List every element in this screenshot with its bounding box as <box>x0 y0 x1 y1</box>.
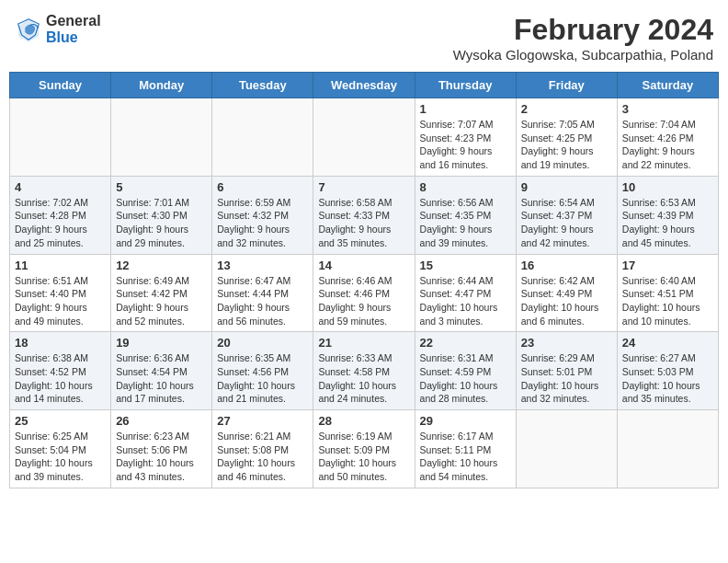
calendar-day: 6Sunrise: 6:59 AM Sunset: 4:32 PM Daylig… <box>212 176 313 254</box>
day-info: Sunrise: 6:56 AM Sunset: 4:35 PM Dayligh… <box>420 196 511 250</box>
day-number: 4 <box>15 180 106 194</box>
day-info: Sunrise: 6:19 AM Sunset: 5:09 PM Dayligh… <box>318 430 409 484</box>
day-info: Sunrise: 6:51 AM Sunset: 4:40 PM Dayligh… <box>15 274 106 328</box>
day-number: 5 <box>116 180 207 194</box>
day-info: Sunrise: 6:47 AM Sunset: 4:44 PM Dayligh… <box>217 274 308 328</box>
day-number: 8 <box>420 180 511 194</box>
day-number: 14 <box>318 259 409 272</box>
day-number: 2 <box>521 102 612 116</box>
day-info: Sunrise: 6:58 AM Sunset: 4:33 PM Dayligh… <box>318 196 409 250</box>
day-info: Sunrise: 6:59 AM Sunset: 4:32 PM Dayligh… <box>217 196 308 250</box>
column-header-tuesday: Tuesday <box>212 73 313 98</box>
calendar-day: 22Sunrise: 6:31 AM Sunset: 4:59 PM Dayli… <box>415 332 516 410</box>
calendar-day: 5Sunrise: 7:01 AM Sunset: 4:30 PM Daylig… <box>111 176 212 254</box>
calendar-day: 19Sunrise: 6:36 AM Sunset: 4:54 PM Dayli… <box>111 332 212 410</box>
calendar-day <box>313 98 415 177</box>
logo-blue-text: Blue <box>46 29 101 46</box>
day-info: Sunrise: 6:46 AM Sunset: 4:46 PM Dayligh… <box>318 274 409 328</box>
day-info: Sunrise: 6:33 AM Sunset: 4:58 PM Dayligh… <box>318 351 409 406</box>
calendar-day: 7Sunrise: 6:58 AM Sunset: 4:33 PM Daylig… <box>313 176 415 254</box>
day-info: Sunrise: 6:40 AM Sunset: 4:51 PM Dayligh… <box>622 274 713 328</box>
day-number: 13 <box>217 259 308 272</box>
day-number: 24 <box>622 336 713 350</box>
day-info: Sunrise: 6:21 AM Sunset: 5:08 PM Dayligh… <box>217 430 308 484</box>
calendar-day: 8Sunrise: 6:56 AM Sunset: 4:35 PM Daylig… <box>415 176 516 254</box>
calendar-day: 24Sunrise: 6:27 AM Sunset: 5:03 PM Dayli… <box>617 332 718 410</box>
calendar-day: 14Sunrise: 6:46 AM Sunset: 4:46 PM Dayli… <box>313 254 415 332</box>
day-number: 26 <box>116 414 207 428</box>
day-number: 23 <box>521 336 612 350</box>
day-number: 17 <box>622 259 713 272</box>
calendar-table: SundayMondayTuesdayWednesdayThursdayFrid… <box>9 72 719 488</box>
day-number: 21 <box>318 336 409 350</box>
day-number: 1 <box>420 102 511 116</box>
day-number: 22 <box>420 336 511 350</box>
day-info: Sunrise: 7:01 AM Sunset: 4:30 PM Dayligh… <box>116 196 207 250</box>
column-header-friday: Friday <box>516 73 617 98</box>
calendar-day: 27Sunrise: 6:21 AM Sunset: 5:08 PM Dayli… <box>212 410 313 488</box>
title-area: February 2024 Wysoka Glogowska, Subcarpa… <box>453 13 713 63</box>
day-number: 25 <box>15 414 106 428</box>
calendar-day <box>111 98 212 177</box>
calendar-day <box>212 98 313 177</box>
calendar-day: 25Sunrise: 6:25 AM Sunset: 5:04 PM Dayli… <box>10 410 111 488</box>
calendar-week-1: 4Sunrise: 7:02 AM Sunset: 4:28 PM Daylig… <box>10 176 719 254</box>
day-number: 10 <box>622 180 713 194</box>
calendar-week-4: 25Sunrise: 6:25 AM Sunset: 5:04 PM Dayli… <box>10 410 719 488</box>
day-info: Sunrise: 6:44 AM Sunset: 4:47 PM Dayligh… <box>420 274 511 328</box>
calendar-day: 3Sunrise: 7:04 AM Sunset: 4:26 PM Daylig… <box>617 98 718 177</box>
calendar-week-3: 18Sunrise: 6:38 AM Sunset: 4:52 PM Dayli… <box>10 332 719 410</box>
day-number: 15 <box>420 259 511 272</box>
calendar-header-row: SundayMondayTuesdayWednesdayThursdayFrid… <box>10 73 719 98</box>
calendar-day: 15Sunrise: 6:44 AM Sunset: 4:47 PM Dayli… <box>415 254 516 332</box>
logo-text: General Blue <box>46 13 101 45</box>
day-info: Sunrise: 6:49 AM Sunset: 4:42 PM Dayligh… <box>116 274 207 328</box>
calendar-day <box>617 410 718 488</box>
calendar-day: 13Sunrise: 6:47 AM Sunset: 4:44 PM Dayli… <box>212 254 313 332</box>
page-title: February 2024 <box>453 13 713 47</box>
column-header-sunday: Sunday <box>10 73 111 98</box>
calendar-day: 10Sunrise: 6:53 AM Sunset: 4:39 PM Dayli… <box>617 176 718 254</box>
day-info: Sunrise: 6:38 AM Sunset: 4:52 PM Dayligh… <box>15 351 106 406</box>
calendar-day: 29Sunrise: 6:17 AM Sunset: 5:11 PM Dayli… <box>415 410 516 488</box>
calendar-day: 2Sunrise: 7:05 AM Sunset: 4:25 PM Daylig… <box>516 98 617 177</box>
day-number: 3 <box>622 102 713 116</box>
page-subtitle: Wysoka Glogowska, Subcarpathia, Poland <box>453 47 713 63</box>
day-info: Sunrise: 6:35 AM Sunset: 4:56 PM Dayligh… <box>217 351 308 406</box>
day-info: Sunrise: 6:54 AM Sunset: 4:37 PM Dayligh… <box>521 196 612 250</box>
day-info: Sunrise: 6:36 AM Sunset: 4:54 PM Dayligh… <box>116 351 207 406</box>
column-header-saturday: Saturday <box>617 73 718 98</box>
calendar-day: 26Sunrise: 6:23 AM Sunset: 5:06 PM Dayli… <box>111 410 212 488</box>
day-number: 12 <box>116 259 207 272</box>
calendar-week-0: 1Sunrise: 7:07 AM Sunset: 4:23 PM Daylig… <box>10 98 719 177</box>
day-number: 6 <box>217 180 308 194</box>
calendar-day <box>10 98 111 177</box>
calendar-day: 4Sunrise: 7:02 AM Sunset: 4:28 PM Daylig… <box>10 176 111 254</box>
day-info: Sunrise: 6:25 AM Sunset: 5:04 PM Dayligh… <box>15 430 106 484</box>
calendar-day: 16Sunrise: 6:42 AM Sunset: 4:49 PM Dayli… <box>516 254 617 332</box>
day-info: Sunrise: 6:29 AM Sunset: 5:01 PM Dayligh… <box>521 351 612 406</box>
calendar-day: 1Sunrise: 7:07 AM Sunset: 4:23 PM Daylig… <box>415 98 516 177</box>
day-number: 28 <box>318 414 409 428</box>
day-info: Sunrise: 7:02 AM Sunset: 4:28 PM Dayligh… <box>15 196 106 250</box>
column-header-thursday: Thursday <box>415 73 516 98</box>
day-info: Sunrise: 6:31 AM Sunset: 4:59 PM Dayligh… <box>420 351 511 406</box>
day-number: 27 <box>217 414 308 428</box>
logo: General Blue <box>15 13 101 45</box>
column-header-wednesday: Wednesday <box>313 73 415 98</box>
day-info: Sunrise: 6:42 AM Sunset: 4:49 PM Dayligh… <box>521 274 612 328</box>
day-info: Sunrise: 7:04 AM Sunset: 4:26 PM Dayligh… <box>622 118 713 172</box>
calendar-day <box>516 410 617 488</box>
calendar-day: 17Sunrise: 6:40 AM Sunset: 4:51 PM Dayli… <box>617 254 718 332</box>
day-info: Sunrise: 7:07 AM Sunset: 4:23 PM Dayligh… <box>420 118 511 172</box>
logo-general-text: General <box>46 13 101 29</box>
logo-icon <box>15 16 42 43</box>
day-number: 9 <box>521 180 612 194</box>
calendar-body: 1Sunrise: 7:07 AM Sunset: 4:23 PM Daylig… <box>10 98 719 488</box>
calendar-day: 23Sunrise: 6:29 AM Sunset: 5:01 PM Dayli… <box>516 332 617 410</box>
calendar-day: 28Sunrise: 6:19 AM Sunset: 5:09 PM Dayli… <box>313 410 415 488</box>
day-number: 29 <box>420 414 511 428</box>
calendar-day: 9Sunrise: 6:54 AM Sunset: 4:37 PM Daylig… <box>516 176 617 254</box>
calendar-day: 11Sunrise: 6:51 AM Sunset: 4:40 PM Dayli… <box>10 254 111 332</box>
calendar-day: 18Sunrise: 6:38 AM Sunset: 4:52 PM Dayli… <box>10 332 111 410</box>
